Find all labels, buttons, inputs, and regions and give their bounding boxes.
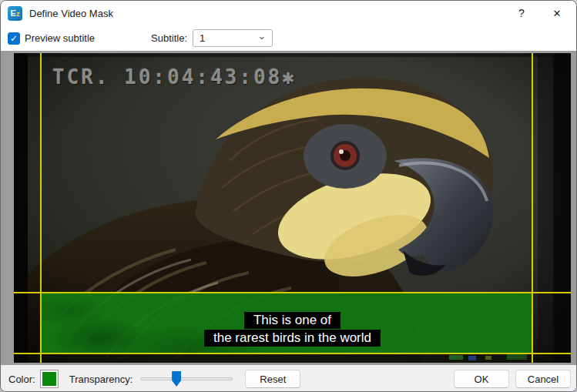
- toolbar: ✓ Preview subtitle Subtitle: 1 ⌄: [1, 25, 576, 51]
- define-video-mask-dialog: Ez Define Video Mask ? ✕ ✓ Preview subti…: [0, 0, 577, 392]
- color-label: Color:: [8, 374, 35, 385]
- video-preview-region: TCR. 10:04:43:08✱ This is one of the rar…: [1, 51, 576, 365]
- mask-color-swatch: [42, 372, 56, 386]
- subtitle-label: Subtitle:: [151, 32, 187, 44]
- ok-button[interactable]: OK: [454, 370, 509, 388]
- transparency-slider[interactable]: [140, 371, 233, 387]
- titlebar-buttons: ? ✕: [504, 1, 576, 25]
- timecode-overlay: TCR. 10:04:43:08✱: [52, 65, 297, 89]
- preview-subtitle-label[interactable]: Preview subtitle: [25, 32, 95, 44]
- close-button[interactable]: ✕: [539, 1, 575, 25]
- help-button[interactable]: ?: [504, 1, 539, 25]
- subtitle-line-1: This is one of: [244, 312, 340, 329]
- transparency-slider-thumb[interactable]: [172, 371, 181, 387]
- subtitle-line-2: the rarest birds in the world: [204, 330, 381, 347]
- app-icon-letter-z: z: [16, 11, 20, 18]
- subtitle-select[interactable]: 1 ⌄: [193, 29, 273, 47]
- video-frame[interactable]: TCR. 10:04:43:08✱ This is one of the rar…: [14, 53, 571, 363]
- dialog-title: Define Video Mask: [29, 8, 113, 19]
- transparency-slider-track[interactable]: [140, 377, 233, 380]
- cancel-button[interactable]: Cancel: [515, 370, 571, 388]
- subtitle-preview: This is one of the rarest birds in the w…: [14, 312, 571, 347]
- mask-color-picker[interactable]: [40, 370, 59, 388]
- bottom-bar: Color: Transparency: Reset OK Cancel: [1, 365, 576, 392]
- mask-guide-top[interactable]: [14, 292, 571, 293]
- app-icon: Ez: [8, 6, 22, 21]
- mask-guide-bottom[interactable]: [14, 353, 571, 354]
- titlebar: Ez Define Video Mask ? ✕: [1, 1, 576, 25]
- chevron-down-icon: ⌄: [257, 30, 266, 42]
- transparency-label: Transparency:: [69, 374, 133, 385]
- app-icon-letter-e: E: [11, 9, 16, 18]
- reset-button[interactable]: Reset: [245, 370, 300, 388]
- check-icon: ✓: [10, 34, 18, 43]
- preview-subtitle-checkbox[interactable]: ✓: [8, 32, 20, 45]
- subtitle-select-value: 1: [200, 32, 205, 44]
